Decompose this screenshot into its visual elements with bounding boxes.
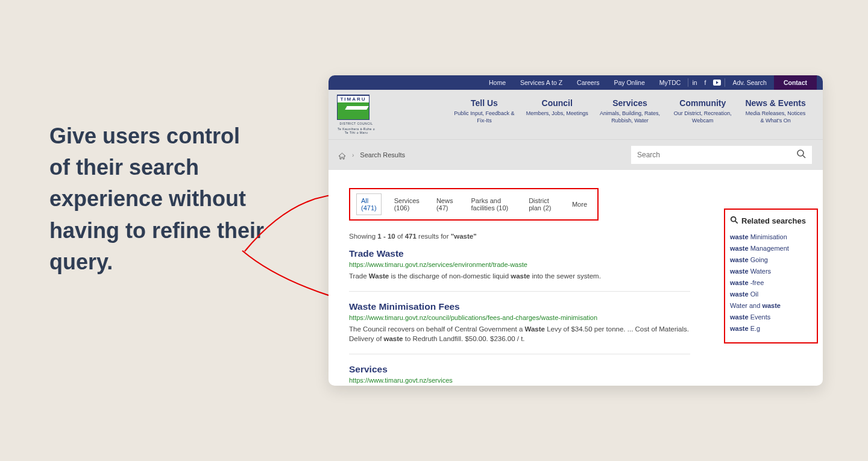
search-input[interactable] — [637, 151, 796, 159]
facet-tabs: All (471)Services (106)News (47)Parks an… — [356, 193, 591, 215]
result-title[interactable]: Services — [349, 364, 690, 375]
facet-tabs-highlight: All (471)Services (106)News (47)Parks an… — [349, 188, 599, 221]
related-search-item[interactable]: waste Going — [730, 256, 812, 263]
related-search-item[interactable]: waste Oil — [730, 290, 812, 298]
nav-item-community[interactable]: CommunityOur District, Recreation, Webca… — [670, 95, 735, 124]
related-searches-list: waste Minimisationwaste Managementwaste … — [730, 233, 812, 332]
facet-tab[interactable]: News (47) — [432, 194, 459, 215]
site-search[interactable] — [631, 146, 812, 164]
site-header: TIMARU DISTRICT COUNCIL Te Kaunihera ā-R… — [329, 90, 823, 139]
logo-subtitle-2: Te Kaunihera ā-Rohe o Te Tihi o Maru — [337, 127, 376, 134]
nav-subtitle: Our District, Recreation, Webcam — [670, 110, 735, 124]
breadcrumb-current: Search Results — [360, 151, 405, 158]
search-result: Trade Wastehttps://www.timaru.govt.nz/se… — [349, 248, 690, 292]
breadcrumb-bar: › Search Results — [329, 139, 823, 170]
svg-point-3 — [731, 217, 736, 222]
main-nav: Tell UsPublic Input, Feedback & Fix-ItsC… — [448, 95, 812, 124]
nav-title: Council — [524, 98, 590, 108]
result-snippet: Trade Waste is the discharge of non-dome… — [349, 271, 690, 281]
svg-point-1 — [797, 150, 804, 156]
search-icon — [730, 216, 738, 226]
chevron-right-icon: › — [352, 152, 354, 158]
nav-title: News & Events — [743, 98, 808, 108]
svg-line-4 — [735, 221, 738, 224]
logo-subtitle-1: DISTRICT COUNCIL — [337, 122, 376, 125]
linkedin-icon[interactable]: in — [688, 75, 700, 90]
screenshot-window: Home Services A to Z Careers Pay Online … — [329, 75, 823, 386]
related-search-item[interactable]: waste Events — [730, 313, 812, 321]
nav-title: Community — [670, 98, 735, 108]
result-snippet: The Council recovers on behalf of Centra… — [349, 324, 690, 344]
facet-tab[interactable]: All (471) — [356, 193, 382, 215]
result-title[interactable]: Waste Minimisation Fees — [349, 301, 690, 312]
nav-subtitle: Public Input, Feedback & Fix-Its — [451, 110, 517, 124]
related-searches-highlight: Related searches waste Minimisationwaste… — [724, 209, 818, 343]
topbar-link-mytdc[interactable]: MyTDC — [652, 75, 688, 90]
topbar-adv-search[interactable]: Adv. Search — [725, 75, 773, 90]
result-title[interactable]: Trade Waste — [349, 248, 690, 259]
search-results-area: All (471)Services (106)News (47)Parks an… — [329, 170, 823, 386]
facet-tab[interactable]: More — [568, 198, 591, 211]
topbar-link-pay-online[interactable]: Pay Online — [606, 75, 652, 90]
topbar-link-services-az[interactable]: Services A to Z — [513, 75, 570, 90]
caption-text: Give users control of their search exper… — [49, 121, 266, 278]
search-result: Serviceshttps://www.timaru.govt.nz/servi… — [349, 364, 690, 386]
related-searches-title: Related searches — [730, 216, 812, 226]
facebook-icon[interactable]: f — [701, 75, 710, 90]
nav-subtitle: Media Releases, Notices & What's On — [743, 110, 808, 124]
facet-tab[interactable]: Services (106) — [390, 194, 424, 215]
related-search-item[interactable]: waste Management — [730, 245, 812, 252]
result-url[interactable]: https://www.timaru.govt.nz/council/publi… — [349, 314, 690, 321]
logo-wordmark: TIMARU — [338, 96, 369, 102]
related-search-item[interactable]: waste Waters — [730, 268, 812, 275]
nav-item-news-events[interactable]: News & EventsMedia Releases, Notices & W… — [743, 95, 808, 124]
site-logo[interactable]: TIMARU DISTRICT COUNCIL Te Kaunihera ā-R… — [337, 95, 376, 134]
facet-tab[interactable]: District plan (2) — [524, 194, 559, 215]
nav-title: Tell Us — [451, 98, 517, 108]
nav-item-tell-us[interactable]: Tell UsPublic Input, Feedback & Fix-Its — [451, 95, 517, 124]
nav-item-services[interactable]: ServicesAnimals, Building, Rates, Rubbis… — [597, 95, 662, 124]
utility-nav: Home Services A to Z Careers Pay Online … — [329, 75, 823, 90]
facet-tab[interactable]: Parks and facilities (10) — [467, 194, 517, 215]
svg-line-2 — [803, 155, 805, 158]
result-url[interactable]: https://www.timaru.govt.nz/services — [349, 377, 690, 384]
results-list: Trade Wastehttps://www.timaru.govt.nz/se… — [349, 248, 690, 386]
youtube-icon[interactable] — [709, 75, 725, 90]
nav-item-council[interactable]: CouncilMembers, Jobs, Meetings — [524, 95, 590, 124]
search-icon[interactable] — [796, 149, 806, 161]
related-search-item[interactable]: Water and waste — [730, 302, 812, 309]
related-search-item[interactable]: waste E.g — [730, 325, 812, 332]
home-icon[interactable] — [338, 151, 346, 158]
result-url[interactable]: https://www.timaru.govt.nz/services/envi… — [349, 261, 690, 268]
topbar-link-careers[interactable]: Careers — [570, 75, 606, 90]
related-search-item[interactable]: waste Minimisation — [730, 233, 812, 240]
nav-subtitle: Members, Jobs, Meetings — [524, 110, 590, 118]
nav-title: Services — [597, 98, 662, 108]
topbar-contact[interactable]: Contact — [774, 75, 817, 90]
search-result: Waste Minimisation Feeshttps://www.timar… — [349, 301, 690, 354]
related-search-item[interactable]: waste -free — [730, 279, 812, 286]
topbar-link-home[interactable]: Home — [482, 75, 513, 90]
nav-subtitle: Animals, Building, Rates, Rubbish, Water — [597, 110, 662, 124]
